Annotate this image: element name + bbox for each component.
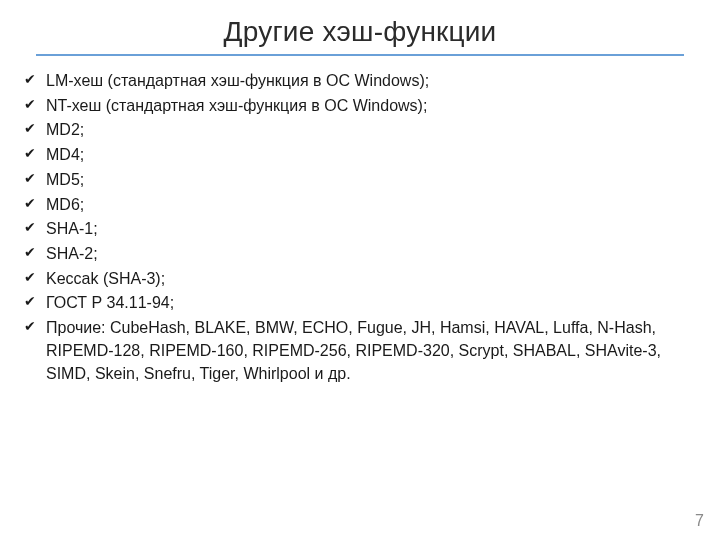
slide-title: Другие хэш-функции <box>0 0 720 54</box>
list-item: MD6; <box>22 194 692 217</box>
title-underline <box>36 54 684 56</box>
list-item: SHA-2; <box>22 243 692 266</box>
list-item: Keccak (SHA-3); <box>22 268 692 291</box>
slide: { "title": "Другие хэш-функции", "items"… <box>0 0 720 540</box>
list-item: SHA-1; <box>22 218 692 241</box>
list-item: MD2; <box>22 119 692 142</box>
list-item: NT-хеш (стандартная хэш-функция в ОС Win… <box>22 95 692 118</box>
list-item: MD4; <box>22 144 692 167</box>
list-item: Прочие: CubeHash, BLAKE, BMW, ECHO, Fugu… <box>22 317 692 385</box>
list-item: ГОСТ Р 34.11-94; <box>22 292 692 315</box>
list-item: LM-хеш (стандартная хэш-функция в ОС Win… <box>22 70 692 93</box>
page-number: 7 <box>695 512 704 530</box>
slide-content: LM-хеш (стандартная хэш-функция в ОС Win… <box>0 70 720 385</box>
bullet-list: LM-хеш (стандартная хэш-функция в ОС Win… <box>22 70 692 385</box>
list-item: MD5; <box>22 169 692 192</box>
